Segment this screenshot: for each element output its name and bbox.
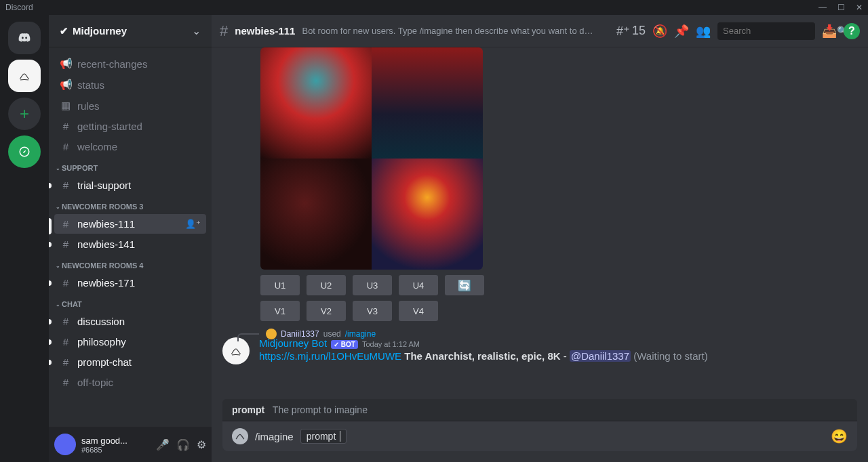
compass-icon [18,146,31,158]
emoji-button[interactable]: 😄 [831,428,848,444]
reply-command: /imagine [345,329,376,339]
channel-topic[interactable]: Bot room for new users. Type /imagine th… [302,26,593,36]
user-panel: sam good... #6685 🎤 🎧 ⚙ [49,427,212,462]
titlebar: Discord — ☐ ✕ [0,0,868,15]
members-button[interactable]: 👥 [696,24,711,39]
server-header[interactable]: ✔Midjourney ⌄ [49,15,212,47]
category-chat[interactable]: ⌄CHAT [54,293,206,311]
channel-welcome[interactable]: # welcome [54,137,206,156]
channel-title: newbies-111 [235,25,295,37]
megaphone-icon: 📢 [60,79,72,91]
u1-button[interactable]: U1 [260,275,300,295]
message-content: https://s.mj.run/l1OHvEuMUWE The Anarchi… [259,350,857,362]
channel-status[interactable]: 📢 status [54,75,206,95]
hash-icon: # [60,277,72,289]
message-mention[interactable]: @Daniil1337 [570,350,631,362]
channel-off-topic[interactable]: # off-topic [54,373,206,392]
channel-newbies-111[interactable]: # newbies-111 👤⁺ [54,214,206,234]
autocomplete-popup[interactable]: prompt The prompt to imagine [222,399,857,421]
channel-discussion[interactable]: # discussion [54,312,206,331]
hash-icon: # [60,336,72,348]
channel-recent-changes[interactable]: 📢 recent-changes [54,54,206,74]
v4-button[interactable]: V4 [399,301,438,321]
channel-newbies-141[interactable]: # newbies-141 [54,234,206,254]
create-invite-icon[interactable]: 👤⁺ [185,219,201,229]
channel-label: recent-changes [77,58,147,70]
inbox-button[interactable]: 📥 [822,24,837,39]
app-name: Discord [5,3,33,12]
mute-icon[interactable]: 🎤 [156,438,170,451]
close-icon[interactable]: ✕ [856,3,863,12]
reply-username: Daniil1337 [281,329,319,339]
reply-context[interactable]: Daniil1337 used /imagine [237,327,376,341]
u4-button[interactable]: U4 [399,275,438,295]
message: Daniil1337 used /imagine Midjourney Bot … [222,337,857,364]
category-newcomer-3[interactable]: ⌄NEWCOMER ROOMS 3 [54,196,206,213]
reroll-button[interactable]: 🔄 [445,275,484,295]
mj-image-grid[interactable] [260,47,483,270]
book-icon: ▦ [60,100,72,112]
maximize-icon[interactable]: ☐ [837,3,845,12]
hash-icon: # [60,238,72,250]
message-input[interactable]: /imagine prompt 😄 [222,421,857,451]
deafen-icon[interactable]: 🎧 [176,438,190,451]
threads-button[interactable]: #⁺15 [616,24,646,39]
user-avatar[interactable] [54,434,76,455]
channel-rules[interactable]: ▦ rules [54,96,206,116]
channel-philosophy[interactable]: # philosophy [54,332,206,352]
server-name: Midjourney [73,25,127,37]
mj-image-4 [372,159,483,270]
v2-button[interactable]: V2 [307,301,346,321]
text-cursor [340,431,340,442]
notifications-button[interactable]: 🔕 [652,24,667,39]
category-newcomer-4[interactable]: ⌄NEWCOMER ROOMS 4 [54,255,206,272]
hash-icon: # [60,218,72,230]
channel-label: prompt-chat [77,356,132,368]
dm-button[interactable] [8,22,41,54]
channel-label: status [77,79,104,91]
channel-trial-support[interactable]: # trial-support [54,175,206,195]
chevron-down-icon: ⌄ [192,24,201,37]
midjourney-icon [230,345,242,357]
inbox-icon: 📥 [822,24,837,39]
attach-button[interactable] [232,428,248,444]
bot-avatar[interactable] [222,337,250,364]
search-input[interactable] [723,26,837,36]
channel-label: trial-support [77,180,131,191]
autocomplete-title: prompt [232,404,264,415]
guild-midjourney[interactable] [8,60,41,92]
input-param[interactable]: prompt [300,429,347,444]
add-server-button[interactable]: + [8,98,41,130]
user-info[interactable]: sam good... #6685 [81,436,151,454]
explore-button[interactable] [8,135,41,168]
midjourney-icon [18,70,31,82]
category-support[interactable]: ⌄SUPPORT [54,157,206,175]
settings-icon[interactable]: ⚙ [197,438,206,451]
hash-icon: # [60,316,72,327]
v1-button[interactable]: V1 [260,301,300,321]
u3-button[interactable]: U3 [353,275,392,295]
v3-button[interactable]: V3 [353,301,392,321]
midjourney-icon [235,431,245,442]
dash: - [561,350,570,362]
reply-used: used [323,329,341,339]
channel-newbies-171[interactable]: # newbies-171 [54,273,206,293]
minimize-icon[interactable]: — [818,3,827,12]
channel-label: newbies-141 [77,238,135,250]
channel-list: 📢 recent-changes 📢 status ▦ rules # gett… [49,47,212,427]
channel-label: rules [77,100,100,112]
mj-image-2 [372,47,483,159]
message-link[interactable]: https://s.mj.run/l1OHvEuMUWE [259,350,401,362]
search-box[interactable]: 🔍 [717,22,815,40]
channel-getting-started[interactable]: # getting-started [54,117,206,136]
help-button[interactable]: ? [844,23,860,39]
u2-button[interactable]: U2 [307,275,346,295]
channel-label: philosophy [77,336,126,348]
pinned-button[interactable]: 📌 [674,24,689,39]
threads-icon: #⁺ [616,24,630,39]
channel-prompt-chat[interactable]: # prompt-chat [54,352,206,372]
hash-icon: # [60,121,72,132]
bell-muted-icon: 🔕 [652,24,667,39]
channel-label: newbies-111 [77,218,135,230]
pin-icon: 📌 [674,24,689,39]
